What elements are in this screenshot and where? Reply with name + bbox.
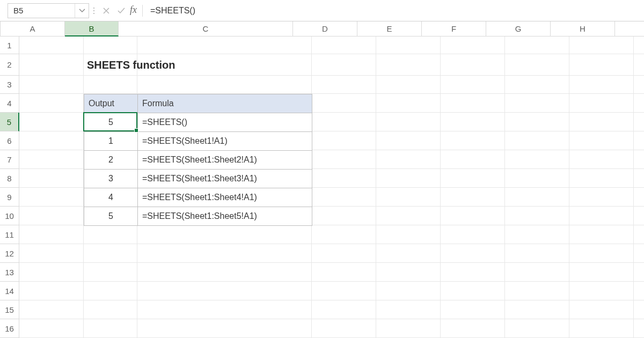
cancel-formula-button[interactable]	[99, 3, 114, 18]
chevron-down-icon	[79, 9, 85, 13]
gridline-h	[19, 244, 644, 244]
gridline-h	[19, 300, 644, 300]
cell-output[interactable]: 3	[84, 170, 138, 188]
row-header-7[interactable]: 7	[0, 150, 19, 169]
row-header-3[interactable]: 3	[0, 76, 19, 94]
column-header-A[interactable]: A	[1, 21, 65, 36]
table-row: 5=SHEETS(Sheet1:Sheet5!A1)	[84, 207, 312, 226]
check-icon	[117, 7, 126, 14]
column-header-I[interactable]: I	[615, 21, 644, 36]
row-header-11[interactable]: 11	[0, 225, 19, 244]
table-header-formula[interactable]: Formula	[138, 94, 312, 113]
sheets-function-table: OutputFormula5=SHEETS()1=SHEETS(Sheet1!A…	[84, 94, 312, 226]
cell-output[interactable]: 5	[84, 113, 138, 132]
column-header-E[interactable]: E	[357, 21, 422, 36]
row-header-5[interactable]: 5	[0, 113, 19, 131]
column-headers: ABCDEFGHI	[1, 21, 644, 36]
cell-output[interactable]: 4	[84, 188, 138, 207]
row-header-13[interactable]: 13	[0, 263, 19, 282]
formula-bar: B5 fx =SHEETS()	[0, 0, 644, 21]
column-header-F[interactable]: F	[422, 21, 486, 36]
table-header-output[interactable]: Output	[84, 94, 138, 113]
row-header-1[interactable]: 1	[0, 36, 19, 54]
cell-output[interactable]: 2	[84, 151, 138, 170]
table-row: 2=SHEETS(Sheet1:Sheet2!A1)	[84, 151, 312, 170]
cell-formula[interactable]: =SHEETS(Sheet1:Sheet3!A1)	[138, 170, 312, 188]
table-row: 5=SHEETS()	[84, 113, 312, 132]
name-box-dropdown[interactable]	[75, 4, 89, 18]
grid-body: 12345678910111213141516 SHEETS functionO…	[0, 36, 644, 338]
row-header-2[interactable]: 2	[0, 54, 19, 76]
cell-formula[interactable]: =SHEETS(Sheet1:Sheet5!A1)	[138, 207, 312, 226]
cell-output[interactable]: 5	[84, 207, 138, 226]
column-header-C[interactable]: C	[119, 21, 293, 36]
enter-formula-button[interactable]	[114, 3, 129, 18]
cell-formula[interactable]: =SHEETS(Sheet1:Sheet4!A1)	[138, 188, 312, 207]
column-header-row: ABCDEFGHI	[0, 21, 644, 36]
row-header-10[interactable]: 10	[0, 207, 19, 225]
row-header-15[interactable]: 15	[0, 300, 19, 319]
page-title: SHEETS function	[84, 54, 178, 76]
gridline-h	[19, 281, 644, 282]
cell-formula[interactable]: =SHEETS(Sheet1!A1)	[138, 132, 312, 151]
row-header-12[interactable]: 12	[0, 244, 19, 263]
gridline-h	[19, 262, 644, 263]
formula-input[interactable]: =SHEETS()	[144, 6, 644, 16]
row-header-6[interactable]: 6	[0, 131, 19, 150]
column-header-B[interactable]: B	[65, 21, 119, 36]
table-row: 3=SHEETS(Sheet1:Sheet3!A1)	[84, 170, 312, 188]
cell-formula[interactable]: =SHEETS()	[138, 113, 312, 132]
formula-bar-grip	[89, 8, 99, 14]
table-row: 4=SHEETS(Sheet1:Sheet4!A1)	[84, 188, 312, 207]
row-header-9[interactable]: 9	[0, 188, 19, 207]
name-box-value[interactable]: B5	[8, 6, 75, 15]
cell-formula[interactable]: =SHEETS(Sheet1:Sheet2!A1)	[138, 151, 312, 170]
column-header-D[interactable]: D	[293, 21, 357, 36]
insert-function-button[interactable]: fx	[129, 4, 141, 17]
row-header-16[interactable]: 16	[0, 319, 19, 338]
select-all-corner[interactable]	[0, 21, 1, 36]
table-row: 1=SHEETS(Sheet1!A1)	[84, 132, 312, 151]
formula-bar-separator	[142, 5, 143, 17]
row-headers: 12345678910111213141516	[0, 36, 19, 338]
cell-output[interactable]: 1	[84, 132, 138, 151]
name-box[interactable]: B5	[8, 3, 89, 18]
x-icon	[103, 7, 110, 14]
row-header-4[interactable]: 4	[0, 94, 19, 113]
column-header-G[interactable]: G	[486, 21, 551, 36]
row-header-14[interactable]: 14	[0, 282, 19, 300]
gridline-h	[19, 319, 644, 319]
column-header-H[interactable]: H	[551, 21, 615, 36]
row-header-8[interactable]: 8	[0, 169, 19, 188]
cells-area[interactable]: SHEETS functionOutputFormula5=SHEETS()1=…	[19, 36, 644, 338]
